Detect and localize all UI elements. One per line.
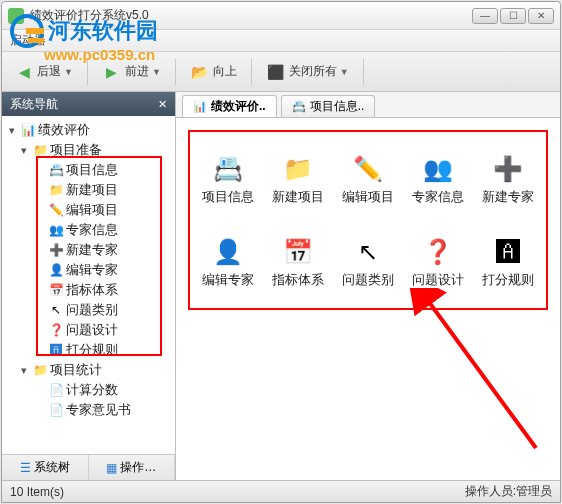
item-label: 编辑项目 — [342, 188, 394, 206]
item-icon: 🅰 — [491, 235, 525, 269]
folder-icon: 📁 — [32, 362, 48, 378]
grid-item-1[interactable]: 📁新建项目 — [264, 140, 332, 217]
chart-icon: 📊 — [193, 100, 207, 114]
item-icon: ✏️ — [351, 152, 385, 186]
toolbar: ◀ 后退 ▼ ▶ 前进 ▼ 📂 向上 ⬛ 关闭所有 ▼ — [2, 52, 560, 92]
separator — [87, 59, 88, 85]
rule-icon: 🅰 — [48, 342, 64, 358]
close-button[interactable]: ✕ — [528, 8, 554, 24]
report-icon: 📄 — [48, 402, 64, 418]
tree-prep[interactable]: ▾📁项目准备 — [4, 140, 173, 160]
tree-item[interactable]: ➕新建专家 — [4, 240, 173, 260]
tab-performance[interactable]: 📊绩效评价.. — [182, 95, 277, 117]
grid-item-0[interactable]: 📇项目信息 — [194, 140, 262, 217]
separator — [251, 59, 252, 85]
sidebar-tabs: ☰系统树 ▦操作… — [2, 454, 175, 480]
up-button[interactable]: 📂 向上 — [184, 58, 243, 86]
grid-item-9[interactable]: 🅰打分规则 — [474, 223, 542, 300]
tab-ops[interactable]: ▦操作… — [89, 455, 176, 480]
item-icon: ❓ — [421, 235, 455, 269]
folder-icon: 📁 — [32, 142, 48, 158]
tree-item[interactable]: 📄专家意见书 — [4, 400, 173, 420]
tree-icon: ☰ — [20, 461, 31, 475]
tree-item[interactable]: ❓问题设计 — [4, 320, 173, 340]
back-icon: ◀ — [14, 62, 34, 82]
icon-grid: 📇项目信息📁新建项目✏️编辑项目👥专家信息➕新建专家👤编辑专家📅指标体系↖问题类… — [188, 130, 548, 310]
calc-icon: 📄 — [48, 382, 64, 398]
nav-tree: ▾📊绩效评价 ▾📁项目准备 📇项目信息 📁新建项目 ✏️编辑项目 👥专家信息 ➕… — [2, 116, 175, 454]
svg-line-0 — [426, 298, 536, 448]
back-label: 后退 — [37, 63, 61, 80]
tree-root[interactable]: ▾📊绩效评价 — [4, 120, 173, 140]
new-icon: 📁 — [48, 182, 64, 198]
up-icon: 📂 — [190, 62, 210, 82]
close-all-icon: ⬛ — [266, 62, 286, 82]
tree-item[interactable]: 📄计算分数 — [4, 380, 173, 400]
annotation-arrow — [406, 288, 556, 468]
grid-item-2[interactable]: ✏️编辑项目 — [334, 140, 402, 217]
tab-project-info[interactable]: 📇项目信息.. — [281, 95, 376, 117]
tree-item[interactable]: ✏️编辑项目 — [4, 200, 173, 220]
item-label: 新建项目 — [272, 188, 324, 206]
tree-item[interactable]: ↖问题类别 — [4, 300, 173, 320]
menu-start[interactable]: 启动器 — [10, 32, 46, 49]
forward-icon: ▶ — [102, 62, 122, 82]
item-label: 编辑专家 — [202, 271, 254, 289]
tree-item[interactable]: 👥专家信息 — [4, 220, 173, 240]
grid-icon: ▦ — [106, 461, 117, 475]
main-area: 📊绩效评价.. 📇项目信息.. 📇项目信息📁新建项目✏️编辑项目👥专家信息➕新建… — [176, 92, 560, 480]
question-icon: ❓ — [48, 322, 64, 338]
edit-icon: ✏️ — [48, 202, 64, 218]
plus-icon: ➕ — [48, 242, 64, 258]
app-window: 绩效评价打分系统v5.0 — ☐ ✕ 启动器 ◀ 后退 ▼ ▶ 前进 ▼ 📂 向… — [1, 1, 561, 503]
grid-item-6[interactable]: 📅指标体系 — [264, 223, 332, 300]
separator — [363, 59, 364, 85]
operator-label: 操作人员:管理员 — [465, 483, 552, 500]
item-icon: 📅 — [281, 235, 315, 269]
item-label: 新建专家 — [482, 188, 534, 206]
grid-item-4[interactable]: ➕新建专家 — [474, 140, 542, 217]
folder-icon: 📊 — [20, 122, 36, 138]
title-bar: 绩效评价打分系统v5.0 — ☐ ✕ — [2, 2, 560, 30]
item-label: 问题类别 — [342, 271, 394, 289]
item-icon: 📁 — [281, 152, 315, 186]
sidebar-close-icon[interactable]: ✕ — [158, 98, 167, 111]
sidebar-header: 系统导航 ✕ — [2, 92, 175, 116]
back-button[interactable]: ◀ 后退 ▼ — [8, 58, 79, 86]
doc-icon: 📇 — [48, 162, 64, 178]
tree-item[interactable]: 👤编辑专家 — [4, 260, 173, 280]
tree-stats[interactable]: ▾📁项目统计 — [4, 360, 173, 380]
people-icon: 👥 — [48, 222, 64, 238]
window-title: 绩效评价打分系统v5.0 — [30, 7, 472, 24]
chevron-down-icon: ▼ — [64, 67, 73, 77]
maximize-button[interactable]: ☐ — [500, 8, 526, 24]
forward-button[interactable]: ▶ 前进 ▼ — [96, 58, 167, 86]
separator — [175, 59, 176, 85]
item-count: 10 Item(s) — [10, 485, 64, 499]
tree-item[interactable]: 🅰打分规则 — [4, 340, 173, 360]
up-label: 向上 — [213, 63, 237, 80]
tree-item[interactable]: 📅指标体系 — [4, 280, 173, 300]
minimize-button[interactable]: — — [472, 8, 498, 24]
grid-item-7[interactable]: ↖问题类别 — [334, 223, 402, 300]
sidebar: 系统导航 ✕ ▾📊绩效评价 ▾📁项目准备 📇项目信息 📁新建项目 ✏️编辑项目 … — [2, 92, 176, 480]
item-label: 打分规则 — [482, 271, 534, 289]
item-icon: ➕ — [491, 152, 525, 186]
forward-label: 前进 — [125, 63, 149, 80]
grid-item-5[interactable]: 👤编辑专家 — [194, 223, 262, 300]
item-label: 问题设计 — [412, 271, 464, 289]
tree-item[interactable]: 📁新建项目 — [4, 180, 173, 200]
sidebar-title: 系统导航 — [10, 96, 58, 113]
grid-item-3[interactable]: 👥专家信息 — [404, 140, 472, 217]
main-tabs: 📊绩效评价.. 📇项目信息.. — [176, 92, 560, 118]
app-icon — [8, 8, 24, 24]
item-icon: 📇 — [211, 152, 245, 186]
grid-item-8[interactable]: ❓问题设计 — [404, 223, 472, 300]
item-icon: 👤 — [211, 235, 245, 269]
tree-item[interactable]: 📇项目信息 — [4, 160, 173, 180]
canvas: 📇项目信息📁新建项目✏️编辑项目👥专家信息➕新建专家👤编辑专家📅指标体系↖问题类… — [176, 118, 560, 480]
tab-tree[interactable]: ☰系统树 — [2, 455, 89, 480]
close-all-button[interactable]: ⬛ 关闭所有 ▼ — [260, 58, 355, 86]
chevron-down-icon: ▼ — [340, 67, 349, 77]
item-label: 项目信息 — [202, 188, 254, 206]
